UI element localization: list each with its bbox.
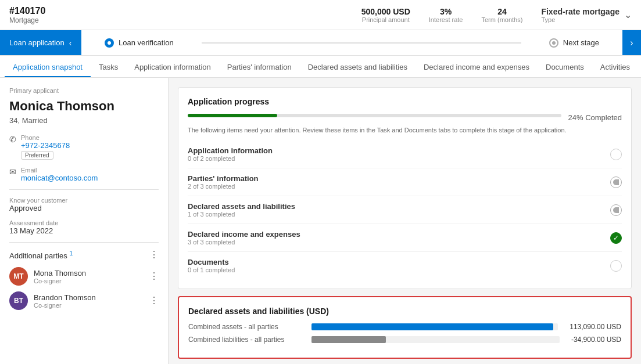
progress-item-title-docs: Documents xyxy=(188,258,235,266)
tabs-bar: Application snapshot Tasks Application i… xyxy=(0,56,641,78)
stage-circle-verification xyxy=(105,38,114,48)
loan-type-label: Type xyxy=(541,16,619,23)
progress-item-left-income: Declared income and expenses 3 of 3 comp… xyxy=(188,230,300,246)
progress-item-parties: Parties' information 2 of 3 completed xyxy=(188,168,622,196)
progress-item-left-app-info: Application information 0 of 2 completed xyxy=(188,146,273,162)
progress-percent: 24% Completed xyxy=(568,113,622,122)
stage-next-button[interactable]: › xyxy=(622,30,641,55)
stage-step-next: Next stage xyxy=(526,38,622,48)
progress-item-left-assets: Declared assets and liabilities 1 of 3 c… xyxy=(188,202,295,218)
header-stats: 500,000 USD Principal amount 3% Interest… xyxy=(361,7,632,23)
stage-step-verification: Loan verification xyxy=(81,38,197,48)
status-icon-assets xyxy=(610,204,622,216)
status-icon-docs xyxy=(610,260,622,272)
additional-parties-more-icon[interactable]: ⋮ xyxy=(149,250,159,260)
principal-value: 500,000 USD xyxy=(361,7,410,16)
progress-item-sub-parties: 2 of 3 completed xyxy=(188,183,259,190)
progress-header: 24% Completed xyxy=(188,113,622,122)
party-info-brandon: Brandon Thomson Co-signer xyxy=(34,293,96,309)
loan-type-expand-icon[interactable]: ⌄ xyxy=(624,9,632,20)
phone-section: Phone +972-2345678 Preferred xyxy=(21,134,70,160)
assessment-label: Assessment date xyxy=(9,219,159,226)
bar-fill-liabilities xyxy=(311,336,386,343)
loan-type-sub: Mortgage xyxy=(9,16,45,24)
bar-row-liabilities: Combined liabilities - all parties -34,9… xyxy=(188,336,621,344)
progress-item-assets: Declared assets and liabilities 1 of 3 c… xyxy=(188,196,622,224)
status-icon-income: ✓ xyxy=(610,232,622,244)
progress-bar-bg xyxy=(188,114,561,117)
primary-applicant-label: Primary applicant xyxy=(9,87,159,94)
phone-label: Phone xyxy=(21,134,70,141)
progress-item-title-assets: Declared assets and liabilities xyxy=(188,202,295,211)
stage-bar: Loan application ‹ Loan verification Nex… xyxy=(0,30,641,56)
progress-bar-wrapper xyxy=(188,114,561,122)
progress-item-app-info: Application information 0 of 2 completed xyxy=(188,140,622,168)
progress-item-left-parties: Parties' information 2 of 3 completed xyxy=(188,174,259,190)
term-value: 24 xyxy=(482,7,523,16)
party-name-mona: Mona Thomson xyxy=(34,269,86,277)
left-panel: Primary applicant Monica Thomson 34, Mar… xyxy=(0,78,169,364)
party-brandon-more-icon[interactable]: ⋮ xyxy=(149,296,159,305)
stage-steps: Loan verification Next stage xyxy=(81,30,622,55)
party-item-brandon: BT Brandon Thomson Co-signer ⋮ xyxy=(9,291,159,310)
party-mona-more-icon[interactable]: ⋮ xyxy=(149,272,159,281)
phone-value[interactable]: +972-2345678 xyxy=(21,141,70,150)
bar-value-liabilities: -34,900.00 USD xyxy=(571,336,621,344)
progress-item-title-app-info: Application information xyxy=(188,146,273,155)
loan-id-section: #140170 Mortgage xyxy=(9,6,45,24)
progress-bar-fill xyxy=(188,114,277,117)
phone-icon: ✆ xyxy=(9,135,16,144)
tab-documents[interactable]: Documents xyxy=(538,58,592,77)
tab-declared-income[interactable]: Declared income and expenses xyxy=(416,58,538,77)
divider-2 xyxy=(9,242,159,243)
tab-parties-information[interactable]: Parties' information xyxy=(219,58,300,77)
progress-item-sub-docs: 0 of 1 completed xyxy=(188,266,235,273)
email-section: Email monicat@contoso.com xyxy=(21,167,98,182)
bar-label-assets: Combined assets - all parties xyxy=(188,323,305,331)
progress-card: Application progress 24% Completed The f… xyxy=(178,87,632,289)
progress-note: The following items need your attention.… xyxy=(188,127,622,134)
bar-row-assets: Combined assets - all parties 113,090.00… xyxy=(188,323,621,331)
main-content: Primary applicant Monica Thomson 34, Mar… xyxy=(0,78,641,364)
tab-application-information[interactable]: Application information xyxy=(126,58,219,77)
party-role-brandon: Co-signer xyxy=(34,302,96,309)
loan-app-chevron-icon: ‹ xyxy=(69,38,72,48)
loan-application-button[interactable]: Loan application ‹ xyxy=(0,30,81,55)
stage-label-next: Next stage xyxy=(563,38,599,47)
applicant-name: Monica Thomson xyxy=(9,99,159,114)
applicant-age-status: 34, Married xyxy=(9,116,159,125)
kyc-label: Know your customer xyxy=(9,197,159,204)
email-value[interactable]: monicat@contoso.com xyxy=(21,174,98,182)
party-name-brandon: Brandon Thomson xyxy=(34,293,96,302)
tab-activities[interactable]: Activities xyxy=(592,58,638,77)
loan-id: #140170 xyxy=(9,6,45,16)
loan-type-section: Fixed-rate mortgage Type ⌄ xyxy=(541,7,632,23)
stage-line xyxy=(202,42,521,44)
bar-container-liabilities xyxy=(311,336,560,343)
email-label: Email xyxy=(21,167,98,174)
tab-tasks[interactable]: Tasks xyxy=(91,58,126,77)
principal-label: Principal amount xyxy=(361,16,410,23)
party-left-brandon: BT Brandon Thomson Co-signer xyxy=(9,291,96,310)
tab-declared-assets[interactable]: Declared assets and liabilities xyxy=(300,58,416,77)
assessment-value: 13 May 2022 xyxy=(9,226,159,235)
kyc-row: Know your customer Approved xyxy=(9,197,159,212)
kyc-value: Approved xyxy=(9,204,159,212)
progress-item-title-income: Declared income and expenses xyxy=(188,230,300,239)
status-icon-parties xyxy=(610,176,622,188)
interest-value: 3% xyxy=(429,7,463,16)
tab-application-snapshot[interactable]: Application snapshot xyxy=(5,58,91,77)
phone-badge: Preferred xyxy=(21,151,53,160)
divider-1 xyxy=(9,189,159,190)
bar-label-liabilities: Combined liabilities - all parties xyxy=(188,336,305,344)
progress-item-sub-assets: 1 of 3 completed xyxy=(188,211,295,218)
progress-item-income: Declared income and expenses 3 of 3 comp… xyxy=(188,224,622,252)
interest-label: Interest rate xyxy=(429,16,463,23)
party-item-mona: MT Mona Thomson Co-signer ⋮ xyxy=(9,267,159,286)
progress-title: Application progress xyxy=(188,97,622,106)
right-panel: Application progress 24% Completed The f… xyxy=(169,78,641,364)
status-icon-app-info xyxy=(610,149,622,160)
loan-type-value: Fixed-rate mortgage xyxy=(541,7,619,16)
loan-application-label: Loan application xyxy=(9,38,65,47)
party-role-mona: Co-signer xyxy=(34,277,86,284)
